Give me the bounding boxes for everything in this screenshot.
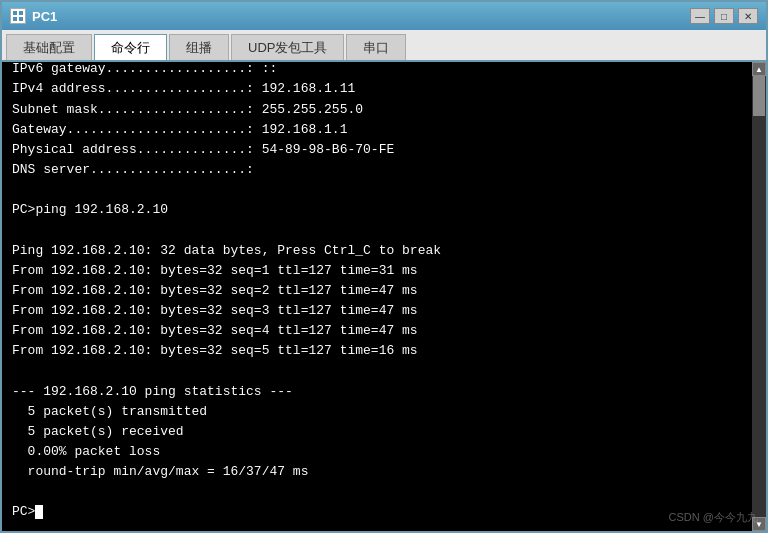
title-bar-buttons: — □ ✕ — [690, 8, 758, 24]
terminal-container: Link local IPv6 address..........: fe80:… — [2, 62, 766, 531]
tab-udp[interactable]: UDP发包工具 — [231, 34, 344, 60]
minimize-button[interactable]: — — [690, 8, 710, 24]
terminal-cursor — [35, 505, 43, 519]
restore-button[interactable]: □ — [714, 8, 734, 24]
tab-basic[interactable]: 基础配置 — [6, 34, 92, 60]
terminal-output[interactable]: Link local IPv6 address..........: fe80:… — [2, 62, 752, 531]
window-icon — [10, 8, 26, 24]
scroll-up-button[interactable]: ▲ — [752, 62, 766, 76]
title-bar-left: PC1 — [10, 8, 57, 24]
scroll-track[interactable] — [752, 76, 766, 517]
window-title: PC1 — [32, 9, 57, 24]
close-button[interactable]: ✕ — [738, 8, 758, 24]
svg-rect-2 — [13, 17, 17, 21]
title-bar: PC1 — □ ✕ — [2, 2, 766, 30]
tab-serial[interactable]: 串口 — [346, 34, 406, 60]
watermark: CSDN @今今九九 — [669, 510, 758, 525]
scrollbar: ▲ ▼ — [752, 62, 766, 531]
svg-rect-3 — [19, 17, 23, 21]
tab-cmd[interactable]: 命令行 — [94, 34, 167, 60]
tab-bar: 基础配置 命令行 组播 UDP发包工具 串口 — [2, 30, 766, 62]
svg-rect-0 — [13, 11, 17, 15]
scroll-thumb[interactable] — [753, 76, 765, 116]
svg-rect-1 — [19, 11, 23, 15]
main-window: PC1 — □ ✕ 基础配置 命令行 组播 UDP发包工具 串口 Link lo… — [0, 0, 768, 533]
tab-group[interactable]: 组播 — [169, 34, 229, 60]
